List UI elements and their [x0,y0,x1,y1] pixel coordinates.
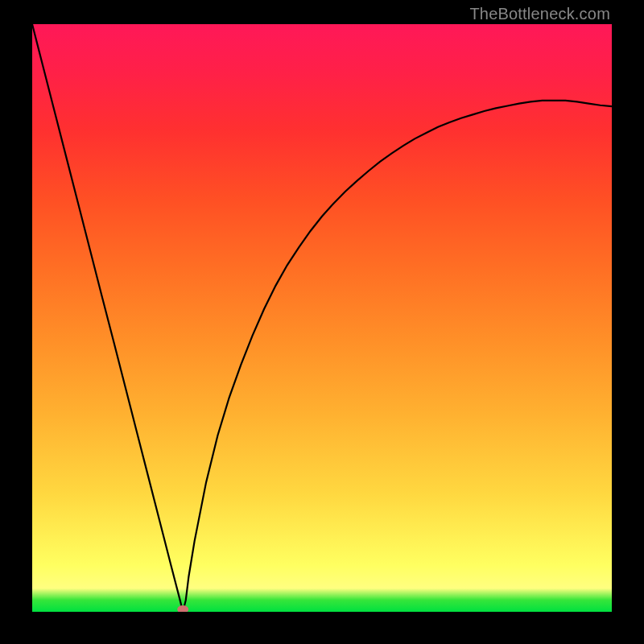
curve-line [32,24,612,612]
plot-area [32,24,612,612]
bottleneck-curve-chart [32,24,612,612]
watermark-text: TheBottleneck.com [469,5,610,23]
minimum-marker [177,605,188,612]
chart-container: TheBottleneck.com [0,0,644,644]
